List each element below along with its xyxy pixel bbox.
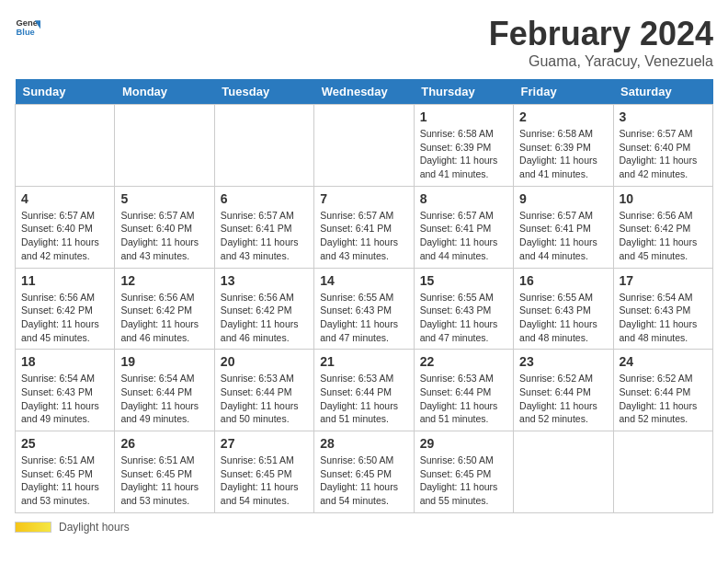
day-number: 18 [21, 354, 108, 369]
calendar-cell [115, 105, 214, 187]
cell-info: Sunrise: 6:53 AM Sunset: 6:44 PM Dayligh… [221, 372, 308, 426]
calendar-cell: 2Sunrise: 6:58 AM Sunset: 6:39 PM Daylig… [514, 105, 613, 187]
day-header-monday: Monday [115, 79, 214, 105]
cell-info: Sunrise: 6:56 AM Sunset: 6:42 PM Dayligh… [120, 291, 208, 345]
calendar-week-row: 1Sunrise: 6:58 AM Sunset: 6:39 PM Daylig… [16, 105, 713, 187]
cell-info: Sunrise: 6:53 AM Sunset: 6:44 PM Dayligh… [320, 372, 407, 426]
calendar-cell: 25Sunrise: 6:51 AM Sunset: 6:45 PM Dayli… [16, 431, 115, 513]
day-number: 21 [320, 354, 407, 369]
cell-info: Sunrise: 6:55 AM Sunset: 6:43 PM Dayligh… [320, 291, 407, 345]
cell-info: Sunrise: 6:54 AM Sunset: 6:44 PM Dayligh… [120, 372, 208, 426]
day-number: 29 [420, 436, 507, 451]
cell-info: Sunrise: 6:56 AM Sunset: 6:42 PM Dayligh… [21, 291, 108, 345]
cell-info: Sunrise: 6:57 AM Sunset: 6:40 PM Dayligh… [120, 209, 208, 263]
day-number: 9 [519, 191, 607, 206]
calendar-cell: 28Sunrise: 6:50 AM Sunset: 6:45 PM Dayli… [314, 431, 414, 513]
day-number: 16 [519, 273, 607, 288]
logo: General Blue [15, 15, 40, 40]
cell-info: Sunrise: 6:52 AM Sunset: 6:44 PM Dayligh… [519, 372, 607, 426]
cell-info: Sunrise: 6:51 AM Sunset: 6:45 PM Dayligh… [21, 454, 108, 508]
calendar-cell: 5Sunrise: 6:57 AM Sunset: 6:40 PM Daylig… [115, 186, 214, 268]
cell-info: Sunrise: 6:54 AM Sunset: 6:43 PM Dayligh… [620, 291, 707, 345]
cell-info: Sunrise: 6:55 AM Sunset: 6:43 PM Dayligh… [420, 291, 507, 345]
logo-icon: General Blue [15, 15, 40, 40]
calendar-cell: 12Sunrise: 6:56 AM Sunset: 6:42 PM Dayli… [115, 268, 214, 350]
cell-info: Sunrise: 6:58 AM Sunset: 6:39 PM Dayligh… [420, 127, 507, 181]
calendar-cell: 13Sunrise: 6:56 AM Sunset: 6:42 PM Dayli… [214, 268, 313, 350]
calendar-cell: 15Sunrise: 6:55 AM Sunset: 6:43 PM Dayli… [414, 268, 513, 350]
cell-info: Sunrise: 6:57 AM Sunset: 6:41 PM Dayligh… [420, 209, 507, 263]
day-number: 14 [320, 273, 407, 288]
calendar-cell [214, 105, 313, 187]
day-number: 24 [620, 354, 707, 369]
day-number: 2 [519, 109, 607, 124]
daylight-label: Daylight hours [59, 521, 130, 534]
daylight-bar-icon [15, 522, 51, 533]
cell-info: Sunrise: 6:51 AM Sunset: 6:45 PM Dayligh… [120, 454, 208, 508]
day-number: 28 [320, 436, 407, 451]
day-header-tuesday: Tuesday [214, 79, 313, 105]
calendar-week-row: 25Sunrise: 6:51 AM Sunset: 6:45 PM Dayli… [16, 431, 713, 513]
footer: Daylight hours [15, 521, 713, 534]
page-subtitle: Guama, Yaracuy, Venezuela [489, 53, 713, 70]
calendar-cell: 18Sunrise: 6:54 AM Sunset: 6:43 PM Dayli… [16, 350, 115, 431]
calendar-week-row: 4Sunrise: 6:57 AM Sunset: 6:40 PM Daylig… [16, 186, 713, 268]
title-block: February 2024 Guama, Yaracuy, Venezuela [489, 15, 713, 70]
calendar-cell [314, 105, 414, 187]
calendar-week-row: 11Sunrise: 6:56 AM Sunset: 6:42 PM Dayli… [16, 268, 713, 350]
calendar-cell: 6Sunrise: 6:57 AM Sunset: 6:41 PM Daylig… [214, 186, 313, 268]
day-number: 7 [320, 191, 407, 206]
cell-info: Sunrise: 6:55 AM Sunset: 6:43 PM Dayligh… [519, 291, 607, 345]
calendar-cell: 29Sunrise: 6:50 AM Sunset: 6:45 PM Dayli… [414, 431, 513, 513]
calendar-cell [514, 431, 613, 513]
calendar-cell: 16Sunrise: 6:55 AM Sunset: 6:43 PM Dayli… [514, 268, 613, 350]
calendar-cell: 11Sunrise: 6:56 AM Sunset: 6:42 PM Dayli… [16, 268, 115, 350]
day-header-wednesday: Wednesday [314, 79, 414, 105]
cell-info: Sunrise: 6:57 AM Sunset: 6:41 PM Dayligh… [221, 209, 308, 263]
calendar-header-row: SundayMondayTuesdayWednesdayThursdayFrid… [16, 79, 713, 105]
day-number: 6 [221, 191, 308, 206]
day-number: 4 [21, 191, 108, 206]
day-number: 26 [120, 436, 208, 451]
calendar-cell: 3Sunrise: 6:57 AM Sunset: 6:40 PM Daylig… [613, 105, 712, 187]
calendar-cell: 26Sunrise: 6:51 AM Sunset: 6:45 PM Dayli… [115, 431, 214, 513]
day-header-thursday: Thursday [414, 79, 513, 105]
calendar-cell: 8Sunrise: 6:57 AM Sunset: 6:41 PM Daylig… [414, 186, 513, 268]
cell-info: Sunrise: 6:51 AM Sunset: 6:45 PM Dayligh… [221, 454, 308, 508]
day-number: 5 [120, 191, 208, 206]
day-number: 22 [420, 354, 507, 369]
day-number: 1 [420, 109, 507, 124]
day-header-saturday: Saturday [613, 79, 712, 105]
cell-info: Sunrise: 6:56 AM Sunset: 6:42 PM Dayligh… [620, 209, 707, 263]
day-number: 10 [620, 191, 707, 206]
day-number: 8 [420, 191, 507, 206]
calendar-cell: 23Sunrise: 6:52 AM Sunset: 6:44 PM Dayli… [514, 350, 613, 431]
svg-text:Blue: Blue [17, 28, 35, 37]
calendar-cell: 4Sunrise: 6:57 AM Sunset: 6:40 PM Daylig… [16, 186, 115, 268]
day-header-friday: Friday [514, 79, 613, 105]
day-number: 25 [21, 436, 108, 451]
cell-info: Sunrise: 6:57 AM Sunset: 6:40 PM Dayligh… [620, 127, 707, 181]
calendar-cell: 20Sunrise: 6:53 AM Sunset: 6:44 PM Dayli… [214, 350, 313, 431]
day-number: 17 [620, 273, 707, 288]
calendar-cell [613, 431, 712, 513]
cell-info: Sunrise: 6:57 AM Sunset: 6:41 PM Dayligh… [320, 209, 407, 263]
calendar-cell: 22Sunrise: 6:53 AM Sunset: 6:44 PM Dayli… [414, 350, 513, 431]
day-number: 27 [221, 436, 308, 451]
cell-info: Sunrise: 6:56 AM Sunset: 6:42 PM Dayligh… [221, 291, 308, 345]
cell-info: Sunrise: 6:57 AM Sunset: 6:40 PM Dayligh… [21, 209, 108, 263]
day-number: 19 [120, 354, 208, 369]
day-header-sunday: Sunday [16, 79, 115, 105]
calendar-cell: 9Sunrise: 6:57 AM Sunset: 6:41 PM Daylig… [514, 186, 613, 268]
day-number: 15 [420, 273, 507, 288]
day-number: 11 [21, 273, 108, 288]
calendar-cell: 21Sunrise: 6:53 AM Sunset: 6:44 PM Dayli… [314, 350, 414, 431]
cell-info: Sunrise: 6:53 AM Sunset: 6:44 PM Dayligh… [420, 372, 507, 426]
calendar-week-row: 18Sunrise: 6:54 AM Sunset: 6:43 PM Dayli… [16, 350, 713, 431]
day-number: 13 [221, 273, 308, 288]
cell-info: Sunrise: 6:52 AM Sunset: 6:44 PM Dayligh… [620, 372, 707, 426]
calendar-cell: 19Sunrise: 6:54 AM Sunset: 6:44 PM Dayli… [115, 350, 214, 431]
page-header: General Blue February 2024 Guama, Yaracu… [15, 15, 713, 70]
cell-info: Sunrise: 6:58 AM Sunset: 6:39 PM Dayligh… [519, 127, 607, 181]
page-title: February 2024 [489, 15, 713, 53]
